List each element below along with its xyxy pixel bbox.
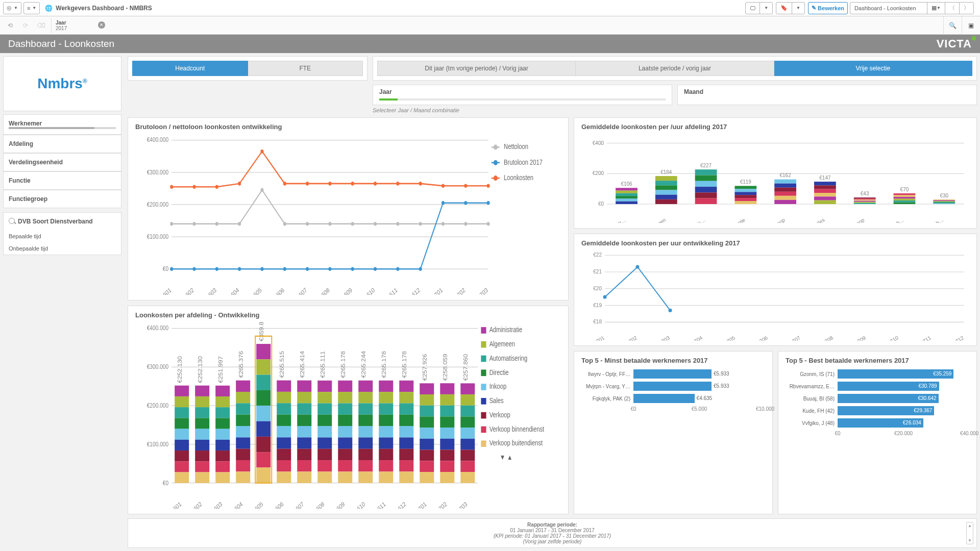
svg-rect-210 bbox=[399, 381, 413, 392]
selection-chip-jaar[interactable]: Jaar 2017 ✕ bbox=[51, 18, 107, 33]
svg-rect-340 bbox=[894, 201, 916, 202]
svg-rect-214 bbox=[399, 426, 413, 437]
svg-rect-135 bbox=[256, 374, 271, 390]
svg-text:201708: 201708 bbox=[817, 335, 834, 341]
svg-rect-95 bbox=[175, 450, 189, 461]
svg-rect-170 bbox=[317, 426, 332, 437]
svg-text:201603: 201603 bbox=[201, 286, 217, 294]
chevron-down-icon: ▼ bbox=[968, 538, 972, 543]
selections-tool-icon[interactable]: ▣ bbox=[962, 16, 980, 35]
svg-text:€21: €21 bbox=[593, 269, 602, 274]
filter-werknemer[interactable]: Werknemer bbox=[3, 114, 121, 135]
tab-laatste-periode-vorig-jaar[interactable]: Laatste periode / vorig jaar bbox=[576, 61, 774, 76]
selection-back-icon[interactable]: ⟲ bbox=[3, 18, 17, 33]
svg-rect-290 bbox=[655, 185, 677, 190]
filter-functiegroep[interactable]: Functiegroep bbox=[3, 190, 121, 208]
chart-bruto-netto[interactable]: Brutoloon / nettoloon loonkosten ontwikk… bbox=[128, 117, 569, 300]
svg-rect-215 bbox=[399, 437, 413, 448]
svg-rect-331 bbox=[854, 201, 876, 202]
tab-headcount[interactable]: Headcount bbox=[132, 61, 248, 76]
svg-text:€43: €43 bbox=[861, 191, 869, 196]
nav-list-button[interactable]: ≡▼ bbox=[23, 2, 40, 14]
chart-uur-ontwikkeling[interactable]: Gemiddelde loonkosten per uur ontwikkeli… bbox=[574, 234, 977, 346]
scrollbar[interactable]: ▲▼ bbox=[966, 522, 973, 544]
svg-rect-325 bbox=[814, 201, 836, 204]
chart-best-betaald[interactable]: Top 5 - Best betaalde werknemers 2017 Gz… bbox=[778, 351, 977, 514]
svg-rect-292 bbox=[655, 195, 677, 199]
svg-rect-174 bbox=[317, 471, 332, 483]
svg-rect-347 bbox=[933, 202, 955, 202]
selection-forward-icon[interactable]: ⟳ bbox=[18, 18, 33, 33]
svg-text:201601: 201601 bbox=[165, 500, 182, 509]
svg-point-375 bbox=[636, 265, 640, 269]
chart-loonkosten-afdeling[interactable]: Loonkosten per afdeling - Ontwikkeling €… bbox=[128, 306, 569, 514]
svg-rect-261 bbox=[481, 369, 486, 376]
nav-compass-button[interactable]: ◎▼ bbox=[3, 2, 21, 14]
svg-point-51 bbox=[419, 267, 422, 271]
story-nav: Dashboard - Loonkosten ▦ ▼ 〈 〉 bbox=[850, 2, 974, 14]
chart-minst-betaald[interactable]: Top 5 - Minst betaalde werknemers 2017 I… bbox=[574, 351, 773, 514]
table-row[interactable]: Gzonm, IS (71)€35.259 bbox=[786, 368, 969, 380]
svg-rect-136 bbox=[256, 390, 271, 406]
svg-rect-124 bbox=[236, 403, 250, 414]
close-icon[interactable]: ✕ bbox=[98, 21, 105, 29]
svg-point-42 bbox=[215, 267, 218, 271]
sheet-title: Dashboard - Loonkosten bbox=[8, 38, 114, 49]
filter-verdelingseenheid[interactable]: Verdelingseenheid bbox=[3, 153, 121, 171]
table-row[interactable]: Ilwyrv - Optjr, FF…€5.933 bbox=[581, 368, 765, 380]
svg-text:€30: €30 bbox=[940, 193, 948, 198]
chart-uur-afdeling[interactable]: Gemiddelde loonkosten per /uur afdeling … bbox=[574, 117, 977, 229]
svg-rect-333 bbox=[854, 203, 876, 204]
svg-rect-158 bbox=[297, 414, 311, 425]
table-row[interactable]: Kude, FH (42)€29.367 bbox=[786, 405, 969, 416]
filter-dienstverband[interactable]: DVB Soort Dienstverband bbox=[4, 213, 121, 230]
svg-rect-150 bbox=[277, 448, 291, 460]
next-sheet-button[interactable]: 〉 bbox=[959, 3, 973, 14]
filter-functie[interactable]: Functie bbox=[3, 171, 121, 190]
svg-rect-296 bbox=[695, 169, 717, 175]
svg-rect-104 bbox=[195, 429, 209, 439]
svg-text:201705: 201705 bbox=[719, 335, 736, 341]
svg-rect-229 bbox=[420, 472, 434, 483]
month-filter[interactable]: Maand bbox=[677, 85, 977, 105]
list-item[interactable]: Onbepaalde tijd bbox=[4, 242, 121, 255]
tab-fte[interactable]: FTE bbox=[248, 61, 363, 76]
svg-rect-247 bbox=[460, 428, 475, 439]
table-row[interactable]: Fqkqlyk, PAK (2)€4.635 bbox=[581, 393, 765, 404]
year-filter[interactable]: Jaar bbox=[373, 85, 672, 105]
svg-rect-130 bbox=[236, 471, 250, 483]
svg-text:201712: 201712 bbox=[947, 335, 965, 341]
svg-text:▼       ▲: ▼ ▲ bbox=[500, 454, 512, 461]
svg-rect-200 bbox=[379, 392, 393, 403]
svg-rect-152 bbox=[277, 471, 291, 483]
selection-clear-icon[interactable]: ⌫ bbox=[34, 18, 48, 33]
table-row[interactable]: Mvjrpn - Vcarg, Y…€5.933 bbox=[581, 381, 765, 392]
svg-rect-146 bbox=[277, 403, 291, 414]
story-name[interactable]: Dashboard - Loonkosten bbox=[850, 3, 927, 14]
tab-vrije-selectie[interactable]: Vrije selectie bbox=[774, 61, 972, 76]
svg-rect-336 bbox=[894, 193, 916, 195]
table-row[interactable]: Rbvevamamzz, E…€30.789 bbox=[786, 381, 969, 392]
svg-text:Loonkosten: Loonkosten bbox=[504, 174, 533, 182]
svg-rect-246 bbox=[460, 416, 475, 428]
svg-rect-330 bbox=[854, 199, 876, 201]
svg-point-36 bbox=[419, 222, 422, 226]
bookmark-group[interactable]: 🔖▼ bbox=[776, 2, 805, 14]
table-row[interactable]: Vvfgiko, J (48)€26.034 bbox=[786, 417, 969, 429]
prev-sheet-button[interactable]: 〈 bbox=[945, 3, 959, 14]
svg-text:€400: €400 bbox=[593, 140, 604, 145]
svg-point-38 bbox=[464, 222, 467, 226]
edit-button[interactable]: ✎ Bewerken bbox=[808, 2, 848, 14]
tab-dit-jaar-tm-vorige-periode-vorig-jaar[interactable]: Dit jaar (tm vorige periode) / Vorig jaa… bbox=[377, 61, 576, 76]
svg-rect-291 bbox=[655, 190, 677, 194]
svg-rect-92 bbox=[175, 418, 189, 429]
filter-afdeling[interactable]: Afdeling bbox=[3, 135, 121, 153]
search-icon[interactable]: 🔍 bbox=[943, 16, 962, 35]
story-dropdown-icon[interactable]: ▦ ▼ bbox=[927, 3, 945, 14]
svg-rect-185 bbox=[338, 471, 352, 483]
svg-text:€251.997: €251.997 bbox=[218, 356, 224, 383]
svg-rect-345 bbox=[933, 200, 955, 201]
insight-group[interactable]: 🖵▼ bbox=[745, 2, 773, 14]
table-row[interactable]: Buuaj, BI (58)€30.642 bbox=[786, 393, 969, 404]
list-item[interactable]: Bepaalde tijd bbox=[4, 230, 121, 242]
